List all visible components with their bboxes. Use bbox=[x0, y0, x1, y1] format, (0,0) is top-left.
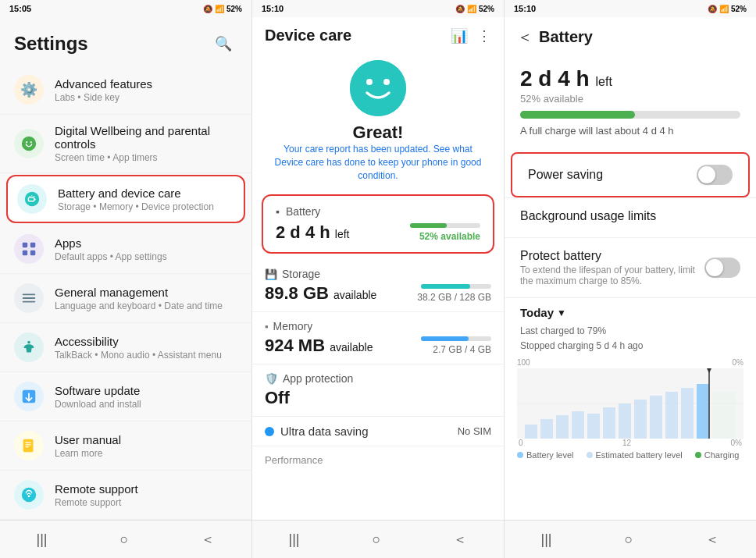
legend-estimated: Estimated battery level bbox=[587, 450, 683, 460]
software-subtitle: Download and install bbox=[55, 399, 237, 410]
general-title: General management bbox=[55, 286, 237, 299]
battery-time-display: 2 d 4 h left bbox=[520, 66, 740, 91]
battery-card[interactable]: ▪ Battery 2 d 4 h left 52% available bbox=[262, 194, 494, 254]
signal-icon-3: 🔕 bbox=[708, 5, 717, 13]
power-saving-highlight: Power saving bbox=[511, 152, 750, 197]
settings-item-software[interactable]: Software update Download and install bbox=[0, 372, 251, 421]
battery-chart: 100 0% bbox=[505, 358, 756, 447]
battery-device-subtitle: Storage • Memory • Device protection bbox=[58, 201, 234, 212]
storage-bar-wrap: 38.2 GB / 128 GB bbox=[417, 284, 491, 303]
storage-section[interactable]: 💾 Storage 89.8 GB available 38.2 GB / 12… bbox=[252, 260, 504, 312]
svg-point-22 bbox=[22, 488, 36, 502]
nav-home-3[interactable]: ○ bbox=[609, 528, 649, 551]
power-saving-row[interactable]: Power saving bbox=[512, 154, 748, 196]
today-header[interactable]: Today ▼ bbox=[505, 297, 756, 324]
storage-value: 89.8 GB available bbox=[265, 283, 376, 304]
settings-item-general[interactable]: General management Language and keyboard… bbox=[0, 274, 251, 323]
battery-card-label: Battery bbox=[286, 205, 320, 218]
status-icons-3: 🔕 📶 52% bbox=[708, 5, 747, 13]
svg-point-3 bbox=[25, 192, 39, 206]
battery-detail-panel: 15:10 🔕 📶 52% ＜ Battery 2 d 4 h left 52%… bbox=[505, 0, 756, 558]
nav-bar-2: ||| ○ ＜ bbox=[252, 520, 504, 558]
svg-rect-14 bbox=[23, 297, 36, 299]
settings-item-digital-wellbeing[interactable]: Digital Wellbeing and parental controls … bbox=[0, 115, 251, 173]
battery-bar-fill bbox=[410, 223, 447, 228]
nav-home-2[interactable]: ○ bbox=[357, 528, 397, 551]
nav-back-2[interactable]: ＜ bbox=[437, 527, 483, 552]
status-icons-2: 🔕 📶 52% bbox=[455, 5, 494, 13]
svg-point-6 bbox=[30, 196, 30, 197]
memory-bar-fill bbox=[421, 336, 469, 341]
search-button[interactable]: 🔍 bbox=[209, 30, 237, 58]
svg-rect-12 bbox=[30, 251, 35, 255]
manual-text: User manual Learn more bbox=[55, 433, 237, 459]
last-charged-text: Last charged to 79% bbox=[520, 324, 740, 339]
settings-item-apps[interactable]: Apps Default apps • App settings bbox=[0, 225, 251, 274]
memory-icon: ▪ bbox=[265, 321, 269, 332]
app-protection-section[interactable]: 🛡️ App protection Off bbox=[252, 364, 504, 417]
svg-rect-36 bbox=[634, 400, 647, 439]
software-title: Software update bbox=[55, 384, 237, 397]
power-saving-toggle[interactable] bbox=[697, 165, 733, 185]
battery-progress bbox=[520, 111, 740, 119]
svg-point-8 bbox=[34, 196, 34, 197]
svg-rect-18 bbox=[23, 439, 34, 453]
battery-icon-1: 52% bbox=[226, 5, 242, 13]
storage-detail: 38.2 GB / 128 GB bbox=[417, 292, 491, 303]
protect-battery-toggle[interactable] bbox=[704, 258, 740, 278]
device-care-panel: 15:10 🔕 📶 52% Device care 📊 ⋮ Grea bbox=[252, 0, 505, 558]
more-options-icon[interactable]: ⋮ bbox=[477, 27, 491, 44]
app-protection-icon: 🛡️ bbox=[265, 372, 278, 385]
settings-panel: 15:05 🔕 📶 52% Settings 🔍 ⚙️ Advanced fea… bbox=[0, 0, 252, 558]
wifi-icon-2: 📶 bbox=[467, 5, 476, 13]
chart-area bbox=[517, 368, 744, 439]
battery-pct-2: 52% bbox=[479, 5, 494, 13]
storage-label: Storage bbox=[282, 268, 320, 280]
power-saving-thumb bbox=[698, 166, 715, 183]
apps-subtitle: Default apps • App settings bbox=[55, 251, 237, 262]
advanced-title: Advanced features bbox=[55, 77, 237, 91]
battery-card-value: 2 d 4 h left bbox=[276, 222, 350, 243]
today-label: Today bbox=[520, 306, 554, 319]
ultra-data-section[interactable]: Ultra data saving No SIM bbox=[252, 417, 504, 446]
settings-item-accessibility[interactable]: Accessibility TalkBack • Mono audio • As… bbox=[0, 323, 251, 372]
digital-wellbeing-icon bbox=[14, 129, 44, 158]
nav-recent-3[interactable]: ||| bbox=[526, 528, 568, 551]
nav-recent-1[interactable]: ||| bbox=[21, 528, 63, 551]
protect-battery-row[interactable]: Protect battery To extend the lifespan o… bbox=[505, 237, 756, 297]
battery-progress-fill bbox=[520, 111, 635, 119]
battery-level-dot bbox=[517, 452, 523, 458]
svg-rect-40 bbox=[697, 384, 709, 439]
protect-battery-thumb bbox=[706, 259, 723, 276]
svg-rect-43 bbox=[712, 392, 736, 439]
battery-available: 52% available bbox=[520, 93, 740, 105]
settings-item-advanced[interactable]: ⚙️ Advanced features Labs • Side key bbox=[0, 66, 251, 115]
manual-icon bbox=[14, 431, 44, 460]
nav-home-1[interactable]: ○ bbox=[105, 528, 144, 551]
digital-wellbeing-subtitle: Screen time • App timers bbox=[55, 152, 237, 163]
battery-bar-wrap: 52% available bbox=[410, 223, 480, 242]
performance-section: Performance bbox=[252, 446, 504, 474]
storage-bar-bg bbox=[421, 284, 491, 289]
protect-battery-label: Protect battery bbox=[520, 249, 700, 263]
battery-level-label: Battery level bbox=[526, 450, 574, 460]
remote-subtitle: Remote support bbox=[55, 497, 237, 508]
settings-item-remote[interactable]: Remote support Remote support bbox=[0, 471, 251, 520]
nav-back-1[interactable]: ＜ bbox=[185, 527, 230, 552]
device-care-scroll: Great! Your care report has been updated… bbox=[252, 51, 504, 520]
nav-recent-2[interactable]: ||| bbox=[273, 528, 316, 551]
battery-device-icon bbox=[17, 184, 47, 214]
nav-back-3[interactable]: ＜ bbox=[690, 527, 735, 552]
app-protection-value: Off bbox=[265, 388, 491, 408]
settings-item-manual[interactable]: User manual Learn more bbox=[0, 421, 251, 471]
svg-rect-9 bbox=[23, 243, 27, 247]
stopped-charging-text: Stopped charging 5 d 4 h ago bbox=[520, 339, 740, 354]
settings-item-battery[interactable]: Battery and device care Storage • Memory… bbox=[6, 175, 245, 223]
status-bar-1: 15:05 🔕 📶 52% bbox=[0, 0, 251, 17]
memory-section[interactable]: ▪ Memory 924 MB available 2.7 GB / 4 GB bbox=[252, 312, 504, 364]
background-usage-section[interactable]: Background usage limits bbox=[505, 197, 756, 237]
care-report-link[interactable]: Your care report has been updated. bbox=[284, 144, 430, 155]
back-button[interactable]: ＜ bbox=[517, 27, 533, 48]
chart-icon[interactable]: 📊 bbox=[451, 27, 468, 44]
remote-text: Remote support Remote support bbox=[55, 482, 237, 508]
